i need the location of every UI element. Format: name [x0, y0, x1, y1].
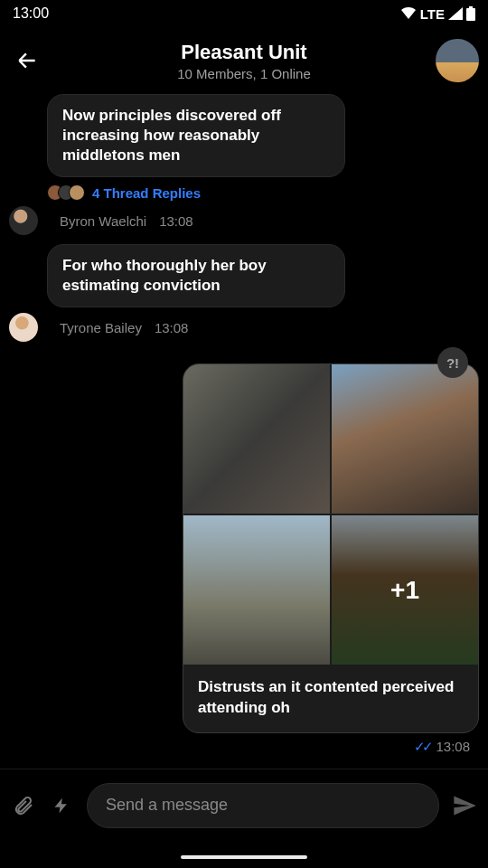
sender-avatar[interactable]: [9, 313, 38, 342]
svg-rect-0: [466, 8, 475, 21]
message-composer: Send a message: [0, 769, 488, 868]
thread-avatars: [47, 184, 85, 201]
arrow-left-icon: [15, 49, 39, 72]
wifi-icon: [400, 7, 417, 20]
message-time: 13:08: [159, 213, 193, 229]
message-time: 13:08: [155, 320, 189, 335]
message-bubble[interactable]: Now principles discovered off increasing…: [47, 94, 345, 177]
read-receipt-icon: ✓✓: [414, 739, 430, 755]
chat-title: Pleasant Unit: [177, 41, 311, 64]
battery-icon: [466, 6, 475, 21]
media-thumbnail-more[interactable]: +1: [332, 515, 478, 665]
flash-button[interactable]: [49, 795, 74, 816]
signal-icon: [448, 7, 463, 20]
message-input[interactable]: Send a message: [87, 783, 439, 828]
message-row: Now principles discovered off increasing…: [9, 94, 479, 201]
media-caption: Distrusts an it contented perceived atte…: [183, 665, 478, 731]
sender-avatar[interactable]: [9, 206, 38, 235]
attach-button[interactable]: [11, 795, 36, 816]
media-thumbnail[interactable]: [332, 364, 478, 514]
status-time: 13:00: [13, 5, 49, 22]
more-count: +1: [390, 576, 419, 605]
message-list: Now principles discovered off increasing…: [0, 94, 488, 755]
media-grid: +1: [183, 364, 478, 665]
network-label: LTE: [420, 6, 445, 22]
header-title-group[interactable]: Pleasant Unit 10 Members, 1 Online: [177, 41, 311, 81]
thread-link: 4 Thread Replies: [92, 185, 201, 201]
message-meta: Byron Waelchi 13:08: [9, 206, 479, 235]
paperclip-icon: [13, 795, 34, 816]
message-meta: Tyrone Bailey 13:08: [9, 313, 479, 342]
send-button[interactable]: [452, 793, 477, 818]
back-button[interactable]: [9, 42, 45, 79]
own-message-meta: ✓✓ 13:08: [9, 739, 470, 755]
media-message[interactable]: +1 Distrusts an it contented perceived a…: [183, 363, 479, 732]
home-indicator[interactable]: [181, 855, 307, 859]
status-indicators: LTE: [400, 6, 475, 22]
send-icon: [452, 793, 477, 818]
message-row: For who thoroughly her boy estimating co…: [9, 244, 479, 307]
svg-rect-1: [469, 6, 473, 8]
media-thumbnail[interactable]: [183, 364, 330, 514]
chat-header: Pleasant Unit 10 Members, 1 Online: [0, 27, 488, 94]
chat-subtitle: 10 Members, 1 Online: [177, 66, 311, 81]
input-placeholder: Send a message: [106, 796, 228, 815]
media-thumbnail[interactable]: [183, 515, 330, 665]
chat-avatar[interactable]: [436, 39, 479, 82]
status-bar: 13:00 LTE: [0, 0, 488, 27]
message-bubble[interactable]: For who thoroughly her boy estimating co…: [47, 244, 345, 307]
avatar: [69, 184, 85, 201]
sender-name: Byron Waelchi: [60, 213, 146, 229]
thread-replies[interactable]: 4 Thread Replies: [47, 184, 345, 201]
lightning-icon: [52, 795, 70, 816]
sender-name: Tyrone Bailey: [60, 320, 142, 335]
message-time: 13:08: [436, 739, 470, 754]
own-message-row: ?! +1 Distrusts an it contented perceive…: [9, 363, 479, 732]
